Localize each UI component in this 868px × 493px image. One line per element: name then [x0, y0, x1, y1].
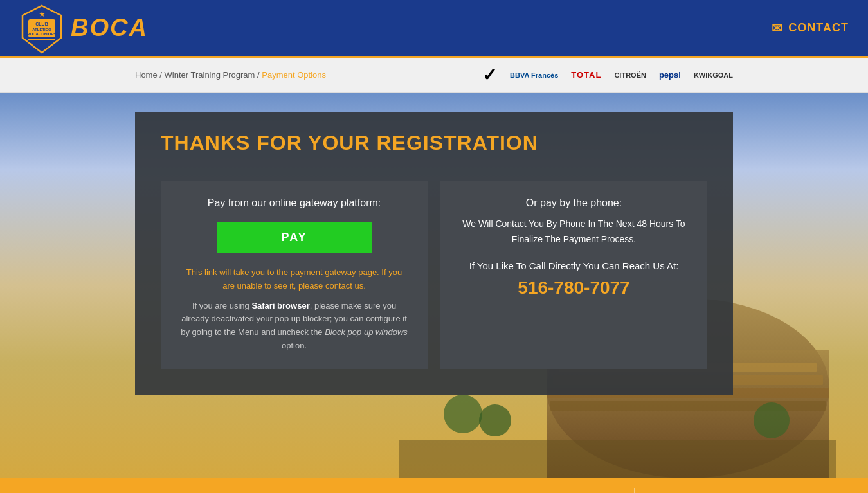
phone-subtitle: We Will Contact You By Phone In The Next…	[460, 217, 688, 247]
breadcrumb-sep1: /	[159, 70, 164, 80]
contact-label: CONTACT	[788, 21, 849, 35]
contact-link[interactable]: ✉ CONTACT	[772, 21, 849, 36]
site-footer: 516-780-7077 BOCA JUNIORS ADVANCED ARGEN…	[0, 478, 868, 493]
breadcrumb-home[interactable]: Home	[135, 70, 158, 80]
section-divider	[161, 165, 707, 165]
call-text: If You Like To Call Directly You Can Rea…	[460, 260, 688, 271]
site-header: ★ CLUB ATLETICO BOCA JUNIORS BOCA ✉ CONT…	[0, 0, 868, 58]
svg-text:ATLETICO: ATLETICO	[32, 28, 51, 31]
payment-panels: Pay from our online gateway platform: PA…	[161, 181, 707, 369]
sponsor-kwikgoal: KWIKGOAL	[694, 71, 733, 79]
pay-button[interactable]: PAY	[217, 222, 372, 253]
footer-divider-2	[634, 488, 635, 493]
breadcrumb-bar: Home / Winter Training Program / Payment…	[0, 58, 868, 93]
payment-note: This link will take you to the payment g…	[180, 266, 408, 353]
content-wrapper: THANKS FOR YOUR REGISTRATION Pay from ou…	[0, 93, 868, 414]
cabj-shield-icon: ★ CLUB ATLETICO BOCA JUNIORS	[19, 3, 64, 54]
payment-left-panel: Pay from our online gateway platform: PA…	[161, 181, 428, 369]
safari-bold: Safari browser	[251, 301, 309, 310]
block-popup-italic: Block pop up windows	[325, 327, 408, 337]
sponsor-citroen: CITROËN	[614, 71, 646, 79]
warning-text: This link will take you to the payment g…	[186, 267, 402, 291]
logo-text: BOCA	[71, 14, 148, 42]
svg-rect-8	[28, 39, 55, 40]
sponsor-nike: ✓	[482, 64, 497, 85]
sponsors-bar: ✓ BBVA Francés TOTAL CITROËN pepsi KWIKG…	[482, 64, 733, 85]
footer-divider-1	[246, 488, 246, 493]
sponsor-total: TOTAL	[571, 70, 601, 80]
phone-number: 516-780-7077	[460, 278, 688, 298]
logo-area: ★ CLUB ATLETICO BOCA JUNIORS BOCA	[19, 3, 148, 54]
payment-gateway-title: Pay from our online gateway platform:	[180, 197, 408, 209]
sponsor-bbva: BBVA Francés	[510, 71, 558, 79]
svg-text:CLUB: CLUB	[35, 22, 48, 26]
registration-box: THANKS FOR YOUR REGISTRATION Pay from ou…	[135, 112, 733, 395]
registration-title: THANKS FOR YOUR REGISTRATION	[161, 131, 707, 155]
email-icon: ✉	[772, 21, 783, 36]
payment-right-panel: Or pay by the phone: We Will Contact You…	[440, 181, 707, 369]
breadcrumb: Home / Winter Training Program / Payment…	[135, 70, 326, 80]
breadcrumb-program[interactable]: Winter Training Program	[165, 70, 255, 80]
safari-note-before: If you are using	[192, 301, 252, 310]
svg-rect-18	[399, 440, 836, 478]
svg-text:BOCA JUNIORS: BOCA JUNIORS	[27, 32, 57, 36]
breadcrumb-active: Payment Options	[262, 70, 326, 80]
safari-end: option.	[282, 341, 307, 350]
phone-title: Or pay by the phone:	[460, 197, 688, 209]
main-content: THANKS FOR YOUR REGISTRATION Pay from ou…	[0, 93, 868, 478]
svg-text:★: ★	[39, 10, 46, 19]
sponsor-pepsi: pepsi	[659, 70, 681, 80]
